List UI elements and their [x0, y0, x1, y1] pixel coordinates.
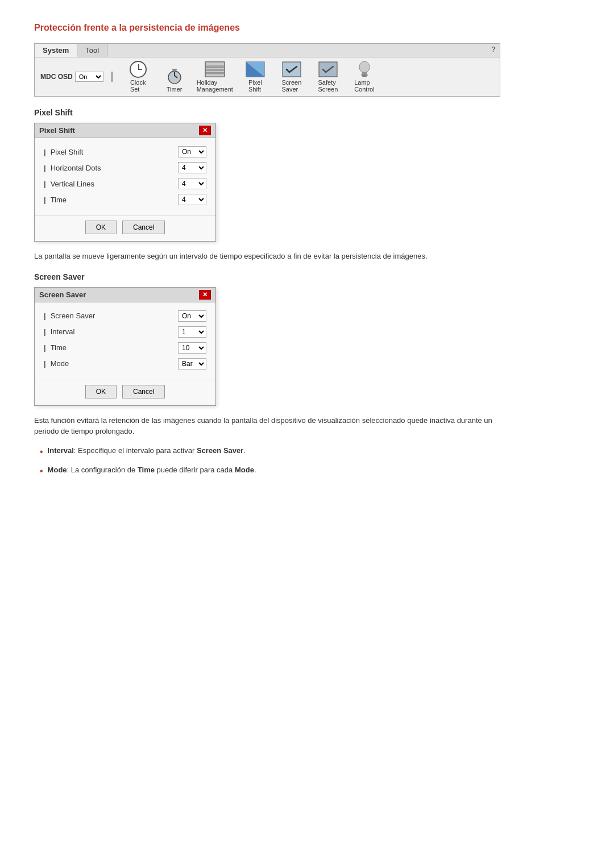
bullet-item-interval: • Interval: Especifique el intervalo par…: [40, 445, 580, 459]
toolbar-item-pixel-shift[interactable]: PixelShift: [241, 61, 269, 93]
toolbar-item-holiday[interactable]: HolidayManagement: [197, 61, 233, 93]
pixel-shift-select-3[interactable]: 4: [178, 178, 206, 189]
screen-saver-footer: OK Cancel: [35, 380, 215, 405]
bullet-dot-2: •: [40, 464, 43, 478]
help-button[interactable]: ?: [487, 44, 500, 57]
pixel-shift-cancel-button[interactable]: Cancel: [122, 221, 165, 234]
safety-screen-label: SafetyScreen: [318, 79, 338, 93]
pixel-shift-row-2: | Horizontal Dots 4: [44, 162, 206, 173]
toolbar: System Tool ? MDC OSD On Off ClockSet: [34, 43, 500, 97]
screen-saver-select-1[interactable]: On Off: [178, 310, 206, 322]
screen-saver-heading: Screen Saver: [34, 272, 580, 281]
pixel-shift-title-bar: Pixel Shift ✕: [35, 123, 215, 138]
page-title: Protección frente a la persistencia de i…: [34, 23, 580, 33]
screen-saver-label-3: | Time: [44, 343, 178, 352]
pixel-shift-label: PixelShift: [248, 79, 262, 93]
screen-saver-control-3[interactable]: 10: [178, 342, 206, 354]
svg-rect-15: [283, 62, 301, 77]
pixel-shift-heading: Pixel Shift: [34, 108, 580, 117]
safety-screen-icon: [318, 61, 338, 78]
tab-tool[interactable]: Tool: [77, 44, 107, 57]
screen-saver-select-3[interactable]: 10: [178, 342, 206, 354]
toolbar-item-safety-screen[interactable]: SafetyScreen: [314, 61, 342, 93]
pixel-shift-row-3: | Vertical Lines 4: [44, 178, 206, 189]
toolbar-item-timer[interactable]: Timer: [160, 68, 189, 93]
pixel-shift-select-1[interactable]: On Off: [178, 146, 206, 157]
pixel-shift-ok-button[interactable]: OK: [85, 221, 117, 234]
pixel-shift-control-1[interactable]: On Off: [178, 146, 206, 157]
pixel-shift-dialog: Pixel Shift ✕ | Pixel Shift On Off | Hor…: [34, 123, 216, 242]
clock-set-label: ClockSet: [130, 79, 146, 93]
svg-rect-20: [362, 76, 367, 77]
pixel-shift-label-3: | Vertical Lines: [44, 180, 178, 188]
lamp-control-label: LampControl: [354, 79, 374, 93]
svg-rect-6: [206, 66, 224, 67]
timer-icon: [164, 68, 185, 85]
pixel-shift-description: La pantalla se mueve ligeramente según u…: [34, 251, 500, 262]
clock-icon: [128, 61, 148, 78]
screen-saver-cancel-button[interactable]: Cancel: [122, 385, 165, 398]
bullet-item-mode: • Mode: La configuración de Time puede d…: [40, 464, 580, 478]
svg-rect-19: [361, 74, 368, 76]
timer-label: Timer: [167, 86, 182, 93]
pixel-shift-icon: [245, 61, 265, 78]
toolbar-item-screen-saver[interactable]: ScreenSaver: [277, 61, 306, 93]
screen-saver-ok-button[interactable]: OK: [85, 385, 117, 398]
toolbar-tabs: System Tool ?: [35, 44, 500, 57]
screen-saver-row-3: | Time 10: [44, 342, 206, 354]
bullet-text-mode: Mode: La configuración de Time puede dif…: [48, 464, 256, 476]
pixel-shift-control-4[interactable]: 4: [178, 194, 206, 205]
toolbar-item-clock-set[interactable]: ClockSet: [124, 61, 152, 93]
svg-rect-11: [206, 74, 224, 77]
pixel-shift-close-button[interactable]: ✕: [199, 126, 211, 135]
screen-saver-control-1[interactable]: On Off: [178, 310, 206, 322]
pixel-shift-select-4[interactable]: 4: [178, 194, 206, 205]
toolbar-body: MDC OSD On Off ClockSet: [35, 57, 500, 96]
toolbar-items: ClockSet Timer: [124, 61, 379, 93]
pixel-shift-row-4: | Time 4: [44, 194, 206, 205]
screen-saver-dialog: Screen Saver ✕ | Screen Saver On Off | I…: [34, 287, 216, 406]
screen-saver-label-2: | Interval: [44, 327, 178, 336]
screen-saver-description: Esta función evitará la retención de las…: [34, 415, 500, 437]
screen-saver-title-bar: Screen Saver ✕: [35, 288, 215, 302]
svg-rect-16: [319, 62, 337, 77]
holiday-label: HolidayManagement: [197, 79, 233, 93]
screen-saver-label-4: | Mode: [44, 359, 178, 368]
screen-saver-row-1: | Screen Saver On Off: [44, 310, 206, 322]
screen-saver-label-1: | Screen Saver: [44, 312, 178, 320]
pixel-shift-control-2[interactable]: 4: [178, 162, 206, 173]
holiday-icon: [205, 61, 225, 78]
screen-saver-row-4: | Mode Bar: [44, 358, 206, 369]
svg-point-17: [359, 61, 370, 73]
pixel-shift-select-2[interactable]: 4: [178, 162, 206, 173]
screen-saver-control-4[interactable]: Bar: [178, 358, 206, 369]
mdc-osd-control: MDC OSD On Off: [40, 72, 113, 82]
bullet-list: • Interval: Especifique el intervalo par…: [34, 445, 580, 478]
lamp-icon: [354, 61, 375, 78]
pixel-shift-control-3[interactable]: 4: [178, 178, 206, 189]
screen-saver-close-button[interactable]: ✕: [199, 290, 211, 300]
pixel-shift-dialog-body: | Pixel Shift On Off | Horizontal Dots 4: [35, 138, 215, 215]
toolbar-item-lamp-control[interactable]: LampControl: [350, 61, 379, 93]
svg-rect-8: [206, 69, 224, 70]
bullet-dot-1: •: [40, 445, 43, 459]
screen-saver-icon: [281, 61, 302, 78]
screen-saver-select-2[interactable]: 1: [178, 326, 206, 338]
pixel-shift-row-1: | Pixel Shift On Off: [44, 146, 206, 157]
pixel-shift-dialog-title: Pixel Shift: [39, 126, 75, 135]
svg-rect-18: [362, 72, 367, 74]
tab-system[interactable]: System: [35, 44, 77, 57]
svg-rect-10: [206, 73, 224, 74]
pixel-shift-label-1: | Pixel Shift: [44, 148, 178, 156]
screen-saver-control-2[interactable]: 1: [178, 326, 206, 338]
svg-rect-7: [206, 68, 224, 69]
screen-saver-select-4[interactable]: Bar: [178, 358, 206, 369]
pixel-shift-label-2: | Horizontal Dots: [44, 164, 178, 172]
pixel-shift-footer: OK Cancel: [35, 215, 215, 241]
screen-saver-dialog-title: Screen Saver: [39, 290, 86, 299]
screen-saver-dialog-body: | Screen Saver On Off | Interval 1: [35, 302, 215, 380]
mdc-osd-select[interactable]: On Off: [75, 72, 103, 82]
bullet-text-interval: Interval: Especifique el intervalo para …: [48, 445, 246, 456]
screen-saver-row-2: | Interval 1: [44, 326, 206, 338]
svg-rect-9: [206, 71, 224, 72]
